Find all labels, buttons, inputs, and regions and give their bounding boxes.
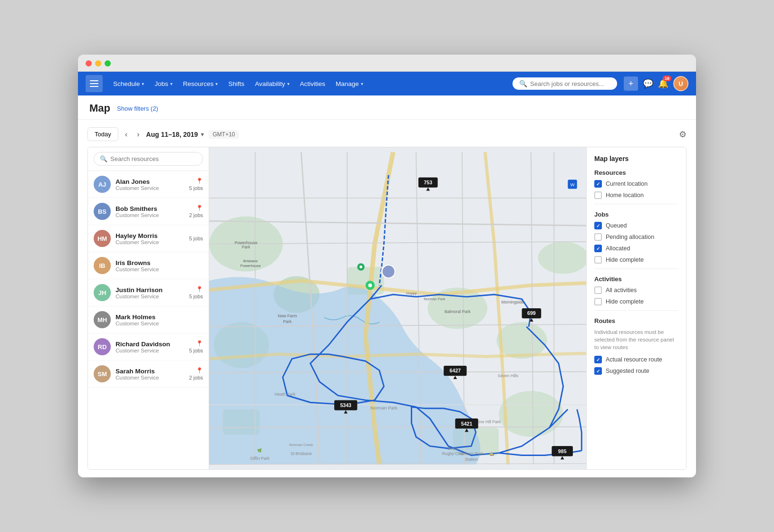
layer-item[interactable]: Hide complete bbox=[594, 298, 678, 305]
resource-item-bob-smithers[interactable]: BSBob SmithersCustomer Service📍2 jobs bbox=[88, 198, 209, 225]
layer-item[interactable]: Hide complete bbox=[594, 256, 678, 264]
jobs-count: 2 jobs bbox=[189, 212, 203, 218]
layer-checkbox[interactable] bbox=[594, 245, 602, 252]
svg-text:New Farm: New Farm bbox=[278, 314, 297, 318]
location-pin-icon: 📍 bbox=[196, 367, 203, 374]
svg-point-8 bbox=[499, 391, 563, 437]
manage-chevron-icon: ▾ bbox=[361, 81, 363, 86]
activities-layers: All activitiesHide complete bbox=[594, 286, 678, 305]
resource-item-alan-jones[interactable]: AJAlan JonesCustomer Service📍5 jobs bbox=[88, 171, 209, 198]
svg-text:Seven Hills: Seven Hills bbox=[498, 373, 519, 378]
layer-checkbox[interactable] bbox=[594, 356, 602, 363]
next-date-button[interactable]: › bbox=[134, 128, 142, 141]
search-resources-container: 🔍 bbox=[88, 147, 209, 171]
resources-layers: Current locationHome location bbox=[594, 180, 678, 199]
svg-text:985: 985 bbox=[558, 448, 567, 454]
resource-info: Hayley MorrisCustomer Service bbox=[116, 232, 184, 245]
resource-avatar: HM bbox=[94, 230, 111, 247]
svg-text:Norman Creek: Norman Creek bbox=[289, 443, 313, 447]
show-filters-button[interactable]: Show filters (2) bbox=[117, 105, 158, 112]
resource-item-hayley-morris[interactable]: HMHayley MorrisCustomer Service5 jobs bbox=[88, 225, 209, 252]
svg-point-14 bbox=[383, 266, 395, 277]
browser-window: Schedule▾Jobs▾Resources▾ShiftsAvailabili… bbox=[78, 55, 696, 477]
resource-avatar: BS bbox=[94, 203, 111, 220]
resource-meta: 📍5 jobs bbox=[189, 340, 203, 353]
layer-checkbox[interactable] bbox=[594, 256, 602, 264]
nav-item-manage[interactable]: Manage▾ bbox=[331, 77, 368, 90]
resource-name: Sarah Morris bbox=[116, 368, 184, 375]
resource-avatar: IB bbox=[94, 257, 111, 274]
nav-item-activities[interactable]: Activities bbox=[295, 77, 330, 90]
layer-label: Actual resource route bbox=[606, 356, 662, 363]
resource-name: Justin Harrison bbox=[116, 286, 184, 294]
dot-yellow[interactable] bbox=[95, 60, 101, 66]
layer-item[interactable]: Allocated bbox=[594, 245, 678, 252]
svg-text:5343: 5343 bbox=[340, 402, 351, 408]
chat-icon-button[interactable]: 💬 bbox=[643, 78, 653, 89]
layer-item[interactable]: Pending allocation bbox=[594, 233, 678, 241]
nav-item-availability[interactable]: Availability▾ bbox=[250, 77, 294, 90]
svg-text:753: 753 bbox=[424, 180, 432, 185]
layer-checkbox[interactable] bbox=[594, 180, 602, 188]
search-resources-icon: 🔍 bbox=[100, 155, 107, 162]
dot-red[interactable] bbox=[86, 60, 92, 66]
svg-text:🚉: 🚉 bbox=[490, 451, 494, 456]
map-layers-panel: Map layers Resources Current locationHom… bbox=[586, 147, 686, 469]
jobs-layers: QueuedPending allocationAllocatedHide co… bbox=[594, 222, 678, 264]
toolbar-row: Today ‹ › Aug 11–18, 2019 ▼ GMT+10 ⚙ bbox=[87, 127, 687, 141]
jobs-count: 5 jobs bbox=[189, 294, 203, 299]
routes-section-title: Routes bbox=[594, 317, 678, 324]
resource-item-iris-browns[interactable]: IBIris BrownsCustomer Service bbox=[88, 252, 209, 279]
nav-item-shifts[interactable]: Shifts bbox=[223, 77, 249, 90]
svg-text:W: W bbox=[570, 182, 575, 187]
nav-item-jobs[interactable]: Jobs▾ bbox=[150, 77, 177, 90]
resource-item-mark-holmes[interactable]: MHMark HolmesCustomer Service bbox=[88, 306, 209, 333]
svg-text:Brisbane: Brisbane bbox=[243, 259, 258, 263]
resource-meta: 📍2 jobs bbox=[189, 205, 203, 218]
resource-item-richard-davidson[interactable]: RDRichard DavidsonCustomer Service📍5 job… bbox=[88, 333, 209, 361]
add-button[interactable]: + bbox=[624, 76, 638, 91]
layer-checkbox[interactable] bbox=[594, 367, 602, 375]
resource-item-sarah-morris[interactable]: SMSarah MorrisCustomer Service📍2 jobs bbox=[88, 361, 209, 388]
svg-text:Norman Park: Norman Park bbox=[424, 297, 445, 301]
nav-item-schedule[interactable]: Schedule▾ bbox=[108, 77, 149, 90]
resource-role: Customer Service bbox=[116, 266, 198, 272]
layer-checkbox[interactable] bbox=[594, 222, 602, 229]
prev-date-button[interactable]: ‹ bbox=[122, 128, 130, 141]
map-area[interactable]: W Powerhouse Park Brisbane Powerhouse Ne… bbox=[209, 147, 586, 469]
search-resources-input[interactable] bbox=[110, 155, 197, 162]
date-range-chevron-icon: ▼ bbox=[200, 132, 205, 137]
divider bbox=[594, 204, 678, 204]
layer-item[interactable]: Suggested route bbox=[594, 367, 678, 375]
resource-meta: 📍2 jobs bbox=[189, 367, 203, 380]
hamburger-button[interactable] bbox=[86, 75, 103, 92]
layer-item[interactable]: Actual resource route bbox=[594, 356, 678, 363]
user-avatar[interactable]: U bbox=[673, 76, 688, 91]
svg-text:St Brisbane: St Brisbane bbox=[290, 451, 312, 456]
map-svg: W Powerhouse Park Brisbane Powerhouse Ne… bbox=[209, 147, 586, 469]
layer-item[interactable]: Home location bbox=[594, 191, 678, 199]
layer-checkbox[interactable] bbox=[594, 298, 602, 305]
layer-item[interactable]: All activities bbox=[594, 286, 678, 294]
layer-label: Queued bbox=[606, 222, 627, 229]
svg-point-18 bbox=[359, 266, 362, 268]
top-nav: Schedule▾Jobs▾Resources▾ShiftsAvailabili… bbox=[78, 72, 696, 95]
resource-info: Bob SmithersCustomer Service bbox=[116, 205, 184, 218]
today-button[interactable]: Today bbox=[87, 127, 118, 141]
main-content: Map Show filters (2) Today ‹ › Aug 11–18… bbox=[78, 95, 696, 477]
layer-item[interactable]: Current location bbox=[594, 180, 678, 188]
notifications-button[interactable]: 🔔 16 bbox=[658, 78, 668, 89]
date-range-selector[interactable]: Aug 11–18, 2019 ▼ bbox=[146, 131, 205, 138]
settings-icon[interactable]: ⚙ bbox=[679, 129, 687, 140]
layer-checkbox[interactable] bbox=[594, 191, 602, 199]
nav-item-resources[interactable]: Resources▾ bbox=[178, 77, 223, 90]
layer-checkbox[interactable] bbox=[594, 286, 602, 294]
routes-layers: Actual resource routeSuggested route bbox=[594, 356, 678, 375]
nav-search-input[interactable] bbox=[530, 80, 610, 87]
layer-checkbox[interactable] bbox=[594, 233, 602, 241]
layer-item[interactable]: Queued bbox=[594, 222, 678, 229]
resource-role: Customer Service bbox=[116, 348, 184, 353]
resource-item-justin-harrison[interactable]: JHJustin HarrisonCustomer Service📍5 jobs bbox=[88, 279, 209, 306]
jobs-count: 2 jobs bbox=[189, 375, 203, 380]
dot-green[interactable] bbox=[105, 60, 111, 66]
